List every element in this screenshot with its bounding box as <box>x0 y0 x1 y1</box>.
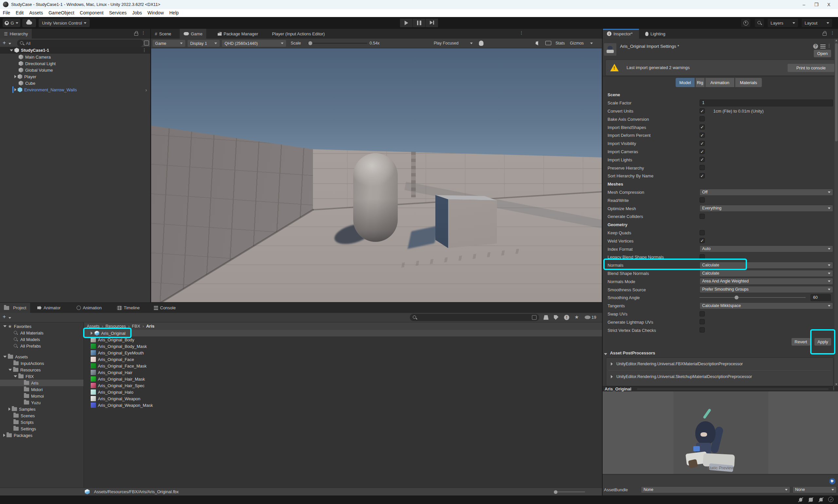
row-checkbox[interactable] <box>699 165 705 170</box>
print-to-console-button[interactable]: Print to console <box>788 64 834 72</box>
menu-file[interactable]: File <box>0 9 13 16</box>
tree-item-aris[interactable]: Aris <box>0 380 84 386</box>
undo-history-button[interactable] <box>741 19 750 27</box>
hierarchy-item[interactable]: Player <box>0 73 150 80</box>
tree-item-yuzu[interactable]: Yuzu <box>0 399 84 406</box>
tab-project[interactable]: Project <box>0 303 30 313</box>
row-dropdown[interactable]: Everything <box>699 205 833 212</box>
presets-icon[interactable] <box>820 44 825 49</box>
hierarchy-item[interactable]: Environment_Narrow_Walls› <box>0 86 150 93</box>
hierarchy-item[interactable]: Global Volume <box>0 67 150 73</box>
tab-player-input-actions-editor-[interactable]: Player (Input Actions Editor) <box>268 29 329 39</box>
tree-item-packages[interactable]: Packages <box>0 432 84 438</box>
asset-item[interactable]: Aris_Original_Weapon <box>84 395 602 402</box>
search-by-label-icon[interactable] <box>554 315 558 320</box>
row-slider-knob[interactable] <box>734 295 738 300</box>
menu-assets[interactable]: Assets <box>26 9 46 16</box>
segment-materials[interactable]: Materials <box>735 78 762 87</box>
preview-pane[interactable]: Static Preview <box>603 392 838 474</box>
menu-help[interactable]: Help <box>167 9 182 16</box>
row-checkbox[interactable]: ✓ <box>699 108 705 113</box>
postprocessor-row[interactable]: UnityEditor.Rendering.Universal.FBXMater… <box>606 358 833 370</box>
tree-item-all-models[interactable]: All Models <box>0 336 84 343</box>
row-checkbox[interactable]: ✓ <box>699 238 705 243</box>
game-menu-icon[interactable] <box>520 32 525 34</box>
segment-model[interactable]: Model <box>676 78 695 87</box>
scale-slider-knob[interactable] <box>308 41 312 45</box>
search-by-type-icon[interactable] <box>543 315 549 320</box>
row-checkbox[interactable] <box>699 116 705 122</box>
row-dropdown[interactable]: Prefer Smoothing Groups <box>699 286 833 293</box>
tab-game[interactable]: Game <box>180 29 206 39</box>
layers-dropdown[interactable]: Layers <box>768 19 798 27</box>
tab-inspector[interactable]: i Inspector* <box>603 29 639 39</box>
minimize-button[interactable]: – <box>801 1 807 8</box>
row-checkbox[interactable] <box>699 319 705 324</box>
row-checkbox[interactable]: ✓ <box>699 157 705 162</box>
tree-item-midori[interactable]: Midori <box>0 386 84 393</box>
foldout-icon[interactable] <box>8 369 12 371</box>
hierarchy-search-input[interactable]: All <box>17 40 143 47</box>
foldout-closed-icon[interactable] <box>14 88 16 91</box>
row-checkbox[interactable] <box>699 230 705 235</box>
hierarchy-scene-row[interactable]: StudyCase1-1 <box>0 47 150 54</box>
cloud-button[interactable] <box>22 19 36 27</box>
search-button[interactable] <box>755 19 764 27</box>
play-button[interactable] <box>400 19 412 27</box>
pause-button[interactable] <box>413 19 425 27</box>
row-checkbox[interactable] <box>699 327 705 332</box>
asset-item[interactable]: Aris_Original <box>84 330 602 337</box>
menu-window[interactable]: Window <box>145 9 167 16</box>
inspector-menu-icon[interactable] <box>831 32 836 34</box>
tree-item-fbx[interactable]: FBX <box>0 373 84 380</box>
tree-item-all-prefabs[interactable]: All Prefabs <box>0 343 84 349</box>
add-asset-button[interactable]: + <box>3 313 6 320</box>
vsync-icon[interactable] <box>545 41 551 45</box>
debug-bug-icon[interactable] <box>479 40 483 46</box>
header-menu-icon[interactable] <box>828 44 833 47</box>
foldout-icon[interactable] <box>8 408 11 411</box>
postprocessors-foldout[interactable]: Asset PostProcessors <box>604 350 655 356</box>
asset-item[interactable]: Aris_Original_Weapon_Mask <box>84 402 602 409</box>
hierarchy-item[interactable]: Cube <box>0 80 150 86</box>
tab-timeline[interactable]: Timeline <box>113 303 144 313</box>
project-search-input[interactable] <box>410 314 539 321</box>
tree-item-resources[interactable]: Resources <box>0 366 84 373</box>
cache-disabled-icon[interactable] <box>808 497 814 503</box>
tab-scene[interactable]: #Scene <box>151 29 175 39</box>
hierarchy-menu-icon[interactable] <box>142 32 147 34</box>
row-dropdown[interactable]: Calculate <box>699 270 833 277</box>
menu-edit[interactable]: Edit <box>13 9 26 16</box>
row-slider-value[interactable]: 60 <box>810 294 831 301</box>
asset-item[interactable]: Aris_Original_Hair_Spec <box>84 382 602 389</box>
tab-hierarchy[interactable]: ☰ Hierarchy <box>0 29 32 39</box>
row-checkbox[interactable] <box>699 197 705 202</box>
row-dropdown[interactable]: Area And Angle Weighted <box>699 278 833 285</box>
thumbnail-size-knob[interactable] <box>554 490 557 494</box>
add-asset-caret[interactable] <box>8 317 11 319</box>
game-target-dropdown[interactable]: Game <box>153 40 185 47</box>
asset-item[interactable]: Aris_Original_Hair_Mask <box>84 376 602 382</box>
foldout-icon[interactable] <box>3 434 5 437</box>
account-button[interactable]: G <box>3 19 20 27</box>
version-control-button[interactable]: Unity Version Control <box>39 19 90 27</box>
tree-item-favorites[interactable]: ★Favorites <box>0 323 84 329</box>
revert-button[interactable]: Revert <box>791 338 810 346</box>
row-checkbox[interactable] <box>699 311 705 317</box>
add-object-button[interactable]: + <box>3 40 6 46</box>
row-checkbox[interactable]: ✓ <box>699 124 705 130</box>
foldout-open-icon[interactable] <box>10 50 13 51</box>
debugger-disabled-icon[interactable] <box>798 497 804 503</box>
tab-package-manager[interactable]: Package Manager <box>214 29 262 39</box>
notifications-disabled-icon[interactable] <box>818 497 824 503</box>
lock-icon[interactable] <box>134 31 138 36</box>
row-dropdown[interactable]: Auto <box>699 246 833 252</box>
preview-menu-icon[interactable] <box>833 387 837 390</box>
scale-slider-track[interactable] <box>307 43 367 43</box>
foldout-icon[interactable] <box>3 356 6 358</box>
play-focused-dropdown[interactable]: Play Focused <box>434 41 459 46</box>
row-checkbox[interactable]: ✓ <box>699 149 705 154</box>
asset-item[interactable]: Aris_Original_Body <box>84 337 602 343</box>
step-button[interactable] <box>426 19 438 27</box>
tree-item-scripts[interactable]: Scripts <box>0 419 84 426</box>
